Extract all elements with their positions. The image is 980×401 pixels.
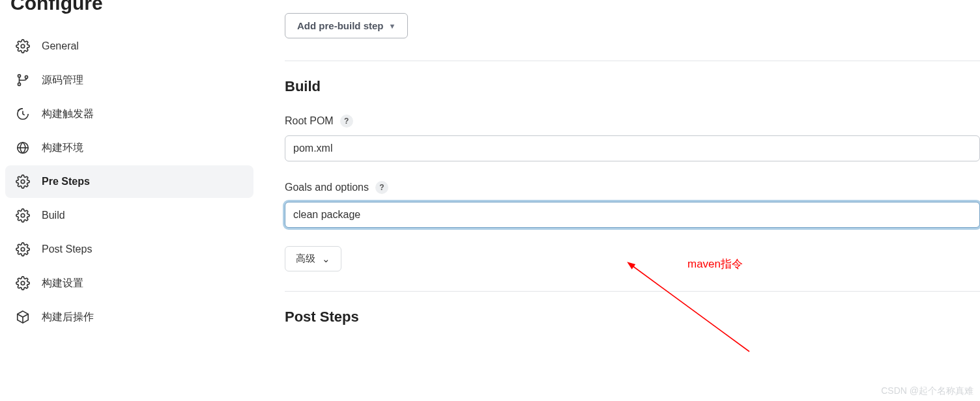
- advanced-label: 高级: [296, 253, 315, 265]
- globe-icon: [16, 141, 30, 155]
- sidebar-item-triggers[interactable]: 构建触发器: [5, 98, 253, 130]
- page-title: Configure: [0, 0, 257, 29]
- sidebar-item-label: Post Steps: [42, 243, 92, 255]
- watermark: CSDN @起个名称真难: [881, 385, 973, 397]
- svg-point-2: [18, 83, 20, 85]
- sidebar-item-post-build[interactable]: 构建后操作: [5, 301, 253, 333]
- gear-icon: [16, 276, 30, 290]
- add-button-label: Add pre-build step: [297, 20, 384, 31]
- advanced-button[interactable]: 高级 ⌄: [285, 246, 341, 271]
- main-content: Add pre-build step ▼ Build Root POM ? Go…: [257, 0, 980, 401]
- root-pom-input[interactable]: [285, 135, 980, 161]
- sidebar-item-scm[interactable]: 源码管理: [5, 64, 253, 96]
- goals-label: Goals and options: [285, 182, 369, 193]
- root-pom-field: Root POM ?: [285, 115, 980, 161]
- svg-point-6: [21, 214, 25, 217]
- clock-icon: [16, 107, 30, 121]
- svg-point-1: [18, 75, 20, 77]
- svg-point-8: [21, 281, 25, 285]
- root-pom-label: Root POM: [285, 115, 334, 127]
- svg-point-3: [25, 76, 27, 78]
- sidebar-item-label: 构建设置: [42, 277, 83, 290]
- gear-icon: [16, 242, 30, 256]
- sidebar-item-label: Pre Steps: [42, 176, 90, 187]
- sidebar-item-post-steps[interactable]: Post Steps: [5, 233, 253, 266]
- divider: [285, 291, 980, 292]
- sidebar: Configure General 源码管理 构建触发器: [0, 0, 257, 401]
- help-icon[interactable]: ?: [340, 115, 353, 128]
- add-pre-build-step-button[interactable]: Add pre-build step ▼: [285, 13, 408, 38]
- branch-icon: [16, 73, 30, 87]
- svg-point-5: [21, 180, 25, 184]
- package-icon: [16, 310, 30, 324]
- annotation-text: maven指令: [687, 256, 743, 271]
- sidebar-item-label: 源码管理: [42, 74, 83, 87]
- sidebar-list: General 源码管理 构建触发器 构建环境: [0, 30, 257, 333]
- svg-point-7: [21, 247, 25, 251]
- divider: [285, 61, 980, 61]
- gear-icon: [16, 208, 30, 223]
- sidebar-item-label: Build: [42, 210, 65, 221]
- caret-down-icon: ▼: [389, 22, 396, 30]
- sidebar-item-label: 构建环境: [42, 141, 83, 155]
- help-icon[interactable]: ?: [375, 181, 388, 194]
- post-steps-title: Post Steps: [285, 309, 980, 325]
- sidebar-item-environment[interactable]: 构建环境: [5, 131, 253, 164]
- sidebar-item-build-settings[interactable]: 构建设置: [5, 267, 253, 299]
- gear-icon: [16, 39, 30, 53]
- goals-input[interactable]: [285, 202, 980, 228]
- build-section-title: Build: [285, 78, 980, 95]
- sidebar-item-pre-steps[interactable]: Pre Steps: [5, 165, 253, 198]
- sidebar-item-general[interactable]: General: [5, 30, 253, 62]
- chevron-down-icon: ⌄: [322, 253, 330, 265]
- sidebar-item-build[interactable]: Build: [5, 199, 253, 232]
- goals-field: Goals and options ?: [285, 181, 980, 228]
- sidebar-item-label: General: [42, 40, 79, 52]
- sidebar-item-label: 构建触发器: [42, 107, 94, 121]
- gear-icon: [16, 174, 30, 189]
- sidebar-item-label: 构建后操作: [42, 311, 94, 324]
- svg-point-0: [21, 44, 25, 48]
